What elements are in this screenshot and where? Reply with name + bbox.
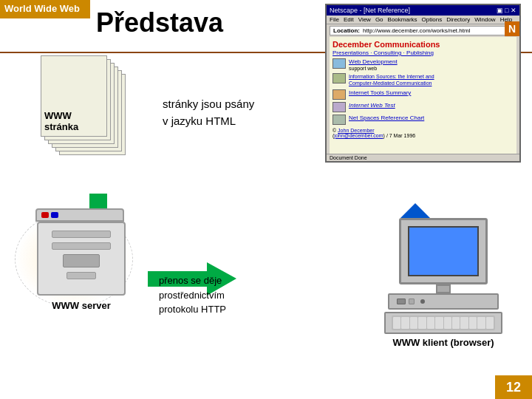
keyboard-keys [392,316,495,330]
browser-menubar: File Edit View Go Bookmarks Options Dire… [327,16,519,24]
server-top [35,208,124,222]
monitor [399,218,488,284]
led-blue [51,212,58,218]
browser-titlebar: Netscape - [Net Reference] ▣ □ ✕ [327,5,519,16]
browser-screenshot: Netscape - [Net Reference] ▣ □ ✕ File Ed… [325,4,521,163]
section-icon-1 [332,58,346,69]
computer-base [388,293,499,310]
page-title: Představa [96,7,214,38]
www-client-area: WWW klient (browser) [366,218,521,348]
browser-section-5: Net Spaces Reference Chart [332,115,514,125]
www-server-area: WWW server [30,222,133,311]
browser-section-3: Internet Tools Summary [332,89,514,100]
section-icon-3 [332,89,346,100]
html-description: stránky jsou psány v jazyku HTML [163,96,254,129]
server-drive-2 [52,242,111,250]
power-button [420,299,425,304]
section-icon-5 [332,115,346,125]
page-number: 12 [495,375,532,399]
monitor-stand [436,284,451,293]
monitor-screen [408,226,479,276]
client-label: WWW klient (browser) [366,337,521,348]
site-title: December Communications [332,40,514,49]
corner-label: World Wide Web [0,0,90,18]
browser-content: December Communications Presentations · … [330,37,516,155]
browser-controls: ▣ □ ✕ [497,7,516,14]
transfer-description: přenos se děje prostřednictvím protokolu… [159,273,226,317]
page-sheet-1: WWWstránka [41,55,107,137]
led-red [41,212,49,218]
server-drive-3 [66,272,96,279]
keyboard [384,312,502,334]
server-label: WWW server [30,300,133,311]
browser-location-bar: Location: http://www.december.com/works/… [330,26,516,35]
floppy-drive [397,299,406,304]
browser-copyright: © John December (john@december.com) / 7 … [332,128,514,138]
browser-section-4: Internet Web Test [332,102,514,112]
cd-drive [409,299,415,304]
server-slot [63,254,100,267]
server-drive-1 [52,231,111,238]
netscape-n-logo: N [505,21,519,36]
server-front [38,223,124,279]
browser-title-text: Netscape - [Net Reference] [330,7,410,14]
browser-nav: Presentations · Consulting · Publishing [332,50,514,56]
browser-section-1: Web Development support web [332,58,514,71]
www-page-label: WWWstránka [44,110,78,133]
browser-section-2: Information Sources: the Internet andCom… [332,73,514,86]
section-icon-4 [332,102,346,112]
section-icon-2 [332,73,346,83]
server-box [37,222,126,296]
browser-statusbar: Document Done [327,154,519,161]
